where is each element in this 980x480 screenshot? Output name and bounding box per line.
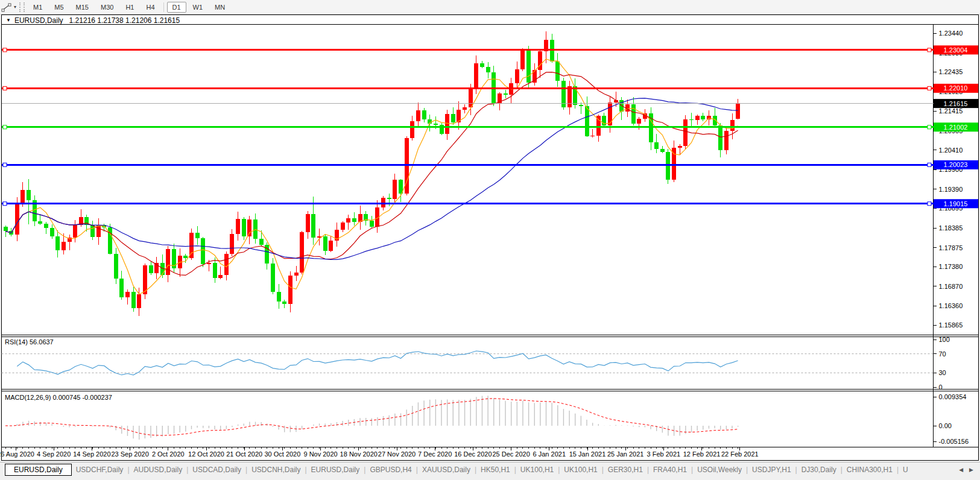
- chart-tab-dj30-daily[interactable]: DJ30,Daily: [797, 464, 841, 475]
- chart-tab-gbpusd-h4[interactable]: GBPUSD,H4: [365, 464, 416, 475]
- timeframe-button-m15[interactable]: M15: [71, 2, 94, 13]
- date-label: 2 Oct 2020: [152, 450, 185, 458]
- svg-text:0.009354: 0.009354: [939, 393, 967, 400]
- line-drag-marker[interactable]: [3, 48, 7, 52]
- chart-tab-usdchf-daily[interactable]: USDCHF,Daily: [72, 464, 128, 475]
- svg-text:100: 100: [939, 336, 950, 343]
- line-drag-marker[interactable]: [3, 86, 7, 90]
- svg-text:1.20410: 1.20410: [939, 147, 963, 154]
- chart-tab-usdjpy-h1[interactable]: USDJPY,H1: [748, 464, 795, 475]
- candle-body: [201, 238, 205, 264]
- timeframe-button-h1[interactable]: H1: [120, 2, 139, 13]
- timeframe-button-m1[interactable]: M1: [28, 2, 48, 13]
- candle-body: [486, 67, 490, 72]
- date-label: 12 Oct 2020: [188, 450, 224, 458]
- chart-tab-usdcad-daily[interactable]: USDCAD,Daily: [188, 464, 245, 475]
- candle-body: [183, 256, 188, 257]
- candle-body: [504, 93, 508, 95]
- chart-tab-audusd-daily[interactable]: AUDUSD,Daily: [130, 464, 187, 475]
- chart-ohlc-values: 1.21216 1.21738 1.21206 1.21615: [69, 16, 180, 25]
- chart-tab-usoil-weekly[interactable]: USOil,Weekly: [693, 464, 746, 475]
- candle-body: [515, 69, 519, 83]
- candle-body: [55, 236, 60, 251]
- line-drag-marker[interactable]: [928, 202, 931, 206]
- line-tool-cluster[interactable]: ▾: [0, 2, 18, 12]
- timeframe-button-m5[interactable]: M5: [49, 2, 69, 13]
- candle-body: [114, 254, 118, 279]
- line-drag-marker[interactable]: [928, 163, 931, 166]
- candle-body: [259, 239, 264, 245]
- chart-tab-u[interactable]: U: [899, 464, 912, 475]
- candle-body: [323, 236, 327, 251]
- chart-tab-uk100-h1[interactable]: UK100,H1: [516, 464, 558, 475]
- svg-text:1.19390: 1.19390: [939, 186, 963, 193]
- tab-scroll-arrows: ◀ ▶: [953, 463, 979, 476]
- tabs: EURUSD,DailyUSDCHF,Daily|AUDUSD,Daily|US…: [0, 464, 912, 476]
- line-drag-marker[interactable]: [928, 86, 931, 90]
- rsi-indicator-label: RSI(14) 56.0637: [5, 338, 54, 346]
- chart-tab-hk50-h1[interactable]: HK50,H1: [476, 464, 514, 475]
- candle-body: [660, 149, 665, 152]
- date-label: 25 Jan 2021: [607, 450, 644, 458]
- chart-tab-fra40-h1[interactable]: FRA40,H1: [649, 464, 691, 475]
- date-label: 18 Nov 2020: [340, 450, 378, 458]
- line-drag-marker[interactable]: [3, 125, 7, 129]
- candle-body: [434, 124, 438, 125]
- candle-body: [736, 104, 740, 119]
- candle-body: [637, 119, 641, 124]
- candle-body: [195, 233, 200, 238]
- candle-body: [166, 249, 170, 275]
- candle-body: [230, 234, 234, 254]
- candle-body: [4, 227, 8, 232]
- chart-tab-ger30-h1[interactable]: GER30,H1: [604, 464, 647, 475]
- candle-body: [608, 103, 612, 125]
- svg-text:1.23004: 1.23004: [944, 46, 968, 54]
- line-drag-marker[interactable]: [928, 125, 931, 129]
- chart-tab-usdcnh-daily[interactable]: USDCNH,Daily: [247, 464, 305, 475]
- timeframe-button-w1[interactable]: W1: [188, 2, 209, 13]
- date-label: 6 Jan 2021: [533, 450, 566, 458]
- line-drag-marker[interactable]: [928, 48, 931, 52]
- timeframe-button-d1[interactable]: D1: [167, 2, 186, 13]
- line-drag-marker[interactable]: [3, 202, 7, 206]
- chart-tab-eurusd-daily[interactable]: EURUSD,Daily: [5, 464, 72, 476]
- tab-scroll-right-icon[interactable]: ▶: [966, 466, 976, 474]
- chart-tab-xauusd-daily[interactable]: XAUUSD,Daily: [418, 464, 475, 475]
- svg-text:30: 30: [939, 369, 946, 376]
- candle-body: [689, 119, 694, 120]
- candle-body: [707, 116, 711, 119]
- date-label: 26 Aug 2020: [0, 450, 34, 458]
- candle-body: [730, 120, 735, 130]
- line-drag-marker[interactable]: [3, 163, 7, 166]
- date-label: 4 Sep 2020: [37, 450, 71, 458]
- candle-body: [294, 273, 299, 276]
- chart-tab-china300-h1[interactable]: CHINA300,H1: [842, 464, 897, 475]
- line-studies-icon[interactable]: [1, 2, 12, 12]
- candle-body: [21, 190, 25, 203]
- candle-body: [300, 232, 304, 272]
- candle-body: [329, 241, 333, 251]
- chart-tab-eurusd-daily[interactable]: EURUSD,Daily: [307, 464, 364, 475]
- candle-body: [410, 121, 414, 138]
- timeframe-button-h4[interactable]: H4: [141, 2, 160, 13]
- candle-body: [683, 119, 688, 146]
- candle-body: [393, 180, 397, 198]
- svg-text:1.17875: 1.17875: [939, 244, 963, 251]
- timeframe-button-mn[interactable]: MN: [209, 2, 230, 13]
- chart-canvas[interactable]: 1.234401.229301.224351.219251.214151.209…: [0, 0, 980, 480]
- chevron-down-icon[interactable]: ▾: [14, 4, 16, 10]
- candle-body: [306, 214, 310, 232]
- candle-body: [695, 116, 700, 119]
- toolbar-grip-handle[interactable]: [19, 2, 25, 12]
- svg-text:1.23440: 1.23440: [939, 30, 963, 37]
- chart-menu-triangle-icon[interactable]: ▼: [6, 17, 11, 23]
- candle-body: [701, 116, 705, 119]
- candle-body: [213, 263, 217, 278]
- candle-body: [224, 254, 229, 275]
- chart-tab-uk100-h1[interactable]: UK100,H1: [560, 464, 601, 475]
- date-label: 3 Feb 2021: [647, 450, 681, 458]
- candle-body: [62, 242, 66, 250]
- tab-scroll-left-icon[interactable]: ◀: [956, 466, 966, 474]
- candle-body: [370, 221, 374, 227]
- timeframe-button-m30[interactable]: M30: [95, 2, 119, 13]
